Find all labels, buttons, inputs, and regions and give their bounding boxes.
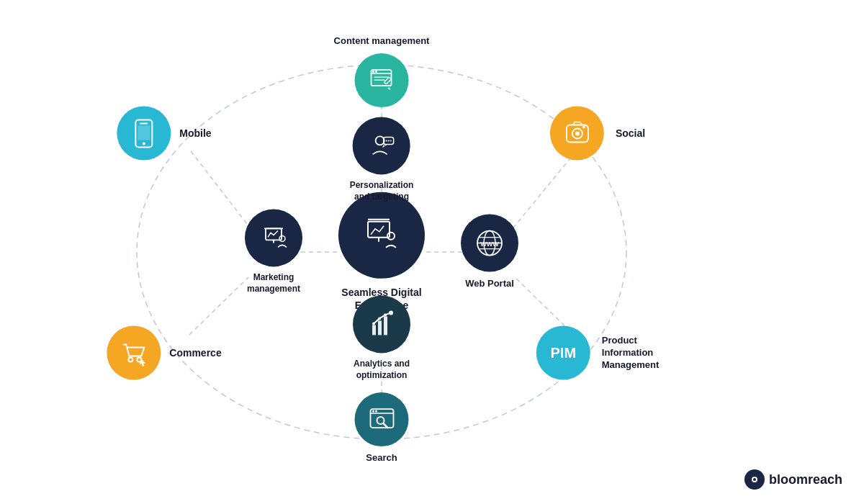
- content-icon: [368, 66, 395, 94]
- node-analytics: Analytics andoptimization: [353, 295, 410, 381]
- pim-label: ProductInformationManagement: [602, 335, 659, 372]
- svg-point-14: [387, 232, 395, 239]
- svg-point-40: [376, 71, 378, 73]
- center-icon: [362, 215, 402, 255]
- mobile-circle: [117, 107, 171, 161]
- logo-icon: [744, 469, 765, 490]
- social-label: Social: [616, 127, 645, 140]
- svg-point-29: [389, 310, 393, 315]
- logo-text: bloomreach: [769, 472, 842, 487]
- social-circle: [550, 107, 604, 161]
- mobile-icon: [131, 118, 156, 148]
- svg-point-32: [384, 313, 387, 316]
- pim-text: PIM: [550, 345, 576, 361]
- node-mobile: Mobile: [117, 107, 214, 161]
- svg-point-31: [378, 317, 381, 320]
- content-circle: [355, 53, 409, 107]
- analytics-label: Analytics andoptimization: [354, 359, 410, 381]
- svg-rect-28: [384, 316, 387, 335]
- svg-point-50: [143, 142, 145, 145]
- diagram-container: Seamless Digital Experience Personalizat…: [0, 0, 864, 504]
- node-center: Seamless Digital Experience: [331, 192, 432, 312]
- node-content: Content management: [334, 30, 430, 107]
- analytics-icon: [366, 309, 397, 339]
- svg-point-52: [128, 357, 132, 361]
- search-icon: [367, 405, 396, 434]
- web-portal-label: Web Portal: [465, 278, 514, 290]
- search-circle: [355, 392, 409, 446]
- commerce-icon: [120, 338, 148, 367]
- node-social: Social: [550, 107, 645, 161]
- svg-point-39: [373, 71, 375, 73]
- node-search: Search: [355, 392, 409, 464]
- svg-point-47: [582, 125, 585, 128]
- svg-point-46: [575, 131, 579, 135]
- svg-point-36: [279, 235, 285, 241]
- logo-svg: [748, 473, 761, 486]
- svg-point-15: [376, 136, 384, 145]
- personalization-circle: [353, 117, 410, 174]
- svg-point-56: [372, 410, 374, 412]
- svg-point-19: [390, 140, 392, 141]
- analytics-circle: [353, 295, 410, 353]
- connector-lines: [0, 0, 864, 504]
- svg-rect-26: [372, 325, 376, 335]
- commerce-circle: [107, 326, 161, 380]
- svg-text:WWW: WWW: [480, 240, 499, 248]
- logo-text-normal: bloom: [769, 472, 808, 487]
- marketing-label: Marketingmanagement: [247, 272, 300, 294]
- svg-point-57: [375, 410, 377, 412]
- svg-line-59: [383, 423, 387, 428]
- personalization-icon: [367, 131, 396, 160]
- personalization-label: Personalizationand targeting: [350, 180, 414, 202]
- svg-point-30: [372, 322, 375, 325]
- logo-text-bold: reach: [808, 472, 842, 487]
- social-icon: [562, 119, 591, 148]
- search-label: Search: [366, 452, 397, 464]
- logo: bloomreach: [744, 469, 842, 490]
- node-web-portal: WWW Web Portal: [461, 215, 518, 290]
- web-portal-icon: WWW: [474, 228, 505, 258]
- node-commerce: Commerce: [107, 326, 224, 380]
- svg-rect-27: [378, 320, 382, 335]
- svg-line-3: [191, 151, 252, 230]
- commerce-label: Commerce: [169, 346, 221, 359]
- pim-circle: PIM: [536, 326, 590, 380]
- center-circle: [338, 192, 425, 279]
- svg-rect-51: [138, 125, 150, 140]
- mobile-label: Mobile: [179, 127, 211, 140]
- svg-point-62: [753, 478, 756, 481]
- svg-line-2: [511, 151, 576, 230]
- web-portal-circle: WWW: [461, 215, 518, 272]
- node-pim: PIM ProductInformationManagement: [536, 326, 659, 380]
- svg-point-18: [388, 140, 390, 141]
- svg-rect-43: [384, 77, 392, 84]
- marketing-circle: [245, 209, 302, 266]
- node-marketing: Marketingmanagement: [245, 209, 302, 294]
- marketing-icon: [258, 222, 289, 253]
- node-personalization: Personalizationand targeting: [350, 117, 414, 202]
- svg-point-17: [386, 140, 387, 141]
- svg-rect-11: [368, 221, 390, 237]
- content-label-top: Content management: [334, 35, 430, 48]
